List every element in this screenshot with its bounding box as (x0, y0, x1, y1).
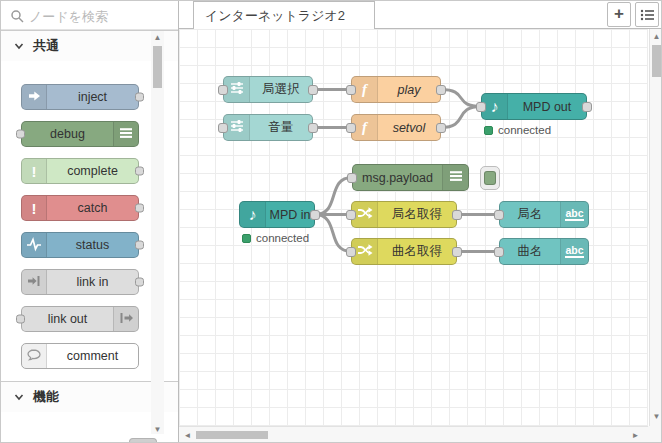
pulse-icon (26, 236, 42, 255)
output-port[interactable] (436, 85, 446, 95)
scroll-down-icon[interactable]: ▼ (650, 412, 662, 422)
output-port[interactable] (308, 123, 318, 133)
input-port[interactable] (346, 123, 356, 133)
node-label: msg.payload (353, 165, 442, 190)
output-port[interactable] (436, 123, 446, 133)
get-station-name-node[interactable]: 局名取得 (351, 201, 457, 228)
tab-label: インターネットラジオ2 (205, 7, 345, 25)
palette-scrollbar-thumb[interactable] (153, 46, 162, 88)
palette-search[interactable]: ノードを検索 (1, 1, 178, 30)
input-port[interactable] (346, 247, 356, 257)
link-out-icon (118, 310, 134, 329)
scroll-down-icon[interactable]: ▼ (151, 425, 164, 435)
palette-node-link-out[interactable]: link out (21, 306, 139, 332)
input-port[interactable] (218, 85, 228, 95)
link-in-icon (26, 273, 42, 292)
wire[interactable] (441, 107, 481, 128)
palette-category-label: 共通 (33, 37, 59, 55)
input-port[interactable] (347, 173, 357, 183)
scroll-up-icon[interactable]: ▲ (151, 33, 164, 43)
palette-node-complete[interactable]: !complete (21, 158, 139, 184)
output-port[interactable] (310, 210, 320, 220)
function-icon: f (362, 81, 367, 98)
input-port[interactable] (16, 130, 25, 139)
debug-msg-payload-node[interactable]: msg.payload (352, 164, 469, 191)
function-icon: f (362, 119, 367, 136)
tab-internet-radio-2[interactable]: インターネットラジオ2 (193, 1, 375, 29)
canvas-vertical-scrollbar[interactable]: ▲ ▼ (649, 29, 662, 426)
partial-palette-node (129, 438, 157, 443)
palette-sidebar: ノードを検索 共通 injectdebug!complete!catchstat… (1, 1, 179, 443)
output-port[interactable] (452, 210, 462, 220)
flow-list-button[interactable] (635, 2, 659, 27)
status-text: connected (256, 232, 309, 244)
scroll-left-icon[interactable]: ◄ (181, 431, 194, 441)
output-port[interactable] (135, 278, 144, 287)
volume-node[interactable]: 音量 (223, 114, 313, 141)
debug-enable-toggle[interactable] (480, 166, 500, 190)
input-port[interactable] (16, 315, 25, 324)
output-port[interactable] (135, 167, 144, 176)
output-port[interactable] (135, 241, 144, 250)
palette-node-debug[interactable]: debug (21, 121, 139, 147)
chevron-down-icon (14, 392, 24, 402)
palette-node-link-in[interactable]: link in (21, 269, 139, 295)
add-flow-button[interactable]: + (607, 2, 631, 27)
palette-scrollbar[interactable]: ▲ ▼ (151, 31, 164, 434)
icon-section (113, 122, 138, 146)
scroll-right-icon[interactable]: ► (629, 431, 642, 441)
icon-section: ! (22, 159, 47, 183)
song-name-text-node[interactable]: abc曲名 (499, 238, 589, 265)
palette-node-comment[interactable]: comment (21, 343, 139, 369)
output-port[interactable] (135, 204, 144, 213)
output-port[interactable] (582, 102, 592, 112)
palette-node-label: catch (47, 196, 138, 220)
input-port[interactable] (494, 210, 504, 220)
exclamation-icon: ! (32, 163, 37, 180)
sliders-icon (229, 80, 245, 99)
input-port[interactable] (346, 210, 356, 220)
node-red-editor: ノードを検索 共通 injectdebug!complete!catchstat… (0, 0, 662, 443)
wire[interactable] (315, 178, 352, 215)
input-port[interactable] (494, 247, 504, 257)
canvas-horizontal-scrollbar[interactable]: ◄ ► (179, 426, 648, 443)
scroll-up-icon[interactable]: ▲ (650, 32, 662, 42)
palette-node-label: status (47, 233, 138, 257)
input-port[interactable] (346, 85, 356, 95)
palette-node-label: complete (47, 159, 138, 183)
output-port[interactable] (308, 85, 318, 95)
input-port[interactable] (218, 123, 228, 133)
input-port[interactable] (476, 102, 486, 112)
inject-arrow-icon (26, 88, 42, 107)
output-port[interactable] (135, 93, 144, 102)
mpd-in-node[interactable]: ♪MPD in (239, 201, 315, 228)
icon-section (442, 165, 468, 190)
station-select-node[interactable]: 局選択 (223, 76, 313, 103)
vertical-scrollbar-thumb[interactable] (652, 45, 661, 77)
setvol-function-node[interactable]: fsetvol (351, 114, 441, 141)
horizontal-scrollbar-thumb[interactable] (196, 431, 268, 439)
flow-canvas[interactable]: 局選択音量fplayfsetvol♪MPD outconnected♪MPD i… (179, 29, 648, 426)
get-song-name-node[interactable]: 曲名取得 (351, 238, 457, 265)
palette-node-label: debug (22, 122, 113, 146)
mpd-out-node[interactable]: ♪MPD out (481, 93, 587, 120)
output-port[interactable] (452, 247, 462, 257)
comment-bubble-icon (26, 347, 42, 366)
icon-section (22, 233, 47, 257)
icon-section: abc (560, 202, 588, 227)
wire[interactable] (441, 90, 481, 107)
node-label: 曲名 (500, 239, 560, 264)
node-label: MPD out (508, 94, 586, 119)
node-label: play (378, 77, 440, 102)
station-name-text-node[interactable]: abc局名 (499, 201, 589, 228)
palette-node-inject[interactable]: inject (21, 84, 139, 110)
wire[interactable] (315, 215, 351, 252)
node-status: connected (242, 232, 309, 244)
search-icon (10, 9, 24, 23)
play-function-node[interactable]: fplay (351, 76, 441, 103)
node-label: 局選択 (250, 77, 312, 102)
debug-bars-icon (118, 125, 134, 144)
abc-icon: abc (565, 245, 583, 259)
palette-node-status[interactable]: status (21, 232, 139, 258)
palette-node-catch[interactable]: !catch (21, 195, 139, 221)
